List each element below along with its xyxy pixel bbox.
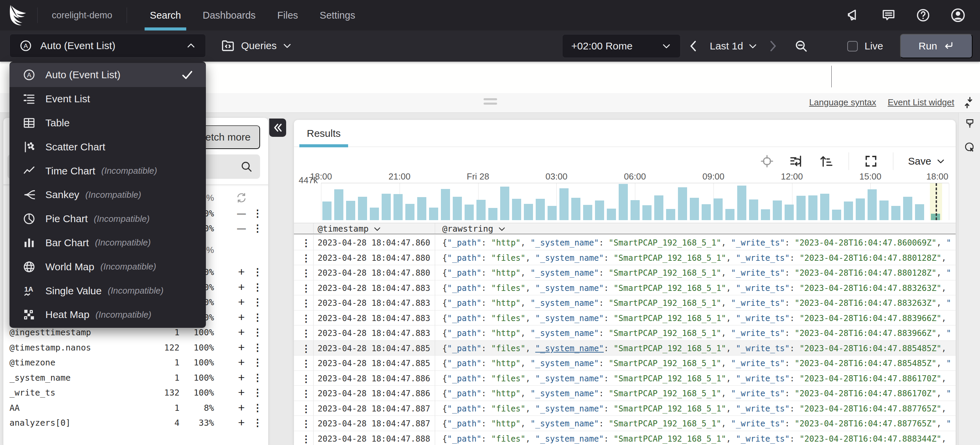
event-histogram[interactable] [321, 183, 949, 220]
tab-dashboards[interactable]: Dashboards [192, 0, 266, 30]
field-menu-icon[interactable]: ⋮ [253, 372, 261, 383]
tab-settings[interactable]: Settings [309, 0, 366, 30]
field-menu-icon[interactable]: ⋮ [253, 208, 261, 219]
refresh-icon[interactable] [236, 192, 247, 203]
collapse-vertical-icon[interactable] [962, 96, 975, 110]
timezone-button[interactable]: +02:00 Rome [562, 34, 681, 58]
event-row[interactable]: ⋮2023-04-28 18:04:47.887{"_path": "http"… [294, 416, 956, 431]
event-row[interactable]: ⋮2023-04-28 18:04:47.883{"_path": "files… [294, 280, 956, 296]
fullscreen-icon[interactable] [864, 154, 878, 168]
field-menu-icon[interactable]: ⋮ [253, 222, 261, 234]
field-menu-icon[interactable]: ⋮ [253, 326, 261, 338]
previous-time-range-button[interactable] [688, 34, 698, 58]
crosshair-icon[interactable] [760, 154, 774, 168]
menu-item-heat-map[interactable]: Heat Map(Incompatible) [10, 303, 206, 327]
event-menu-icon[interactable]: ⋮ [301, 328, 311, 339]
add-field-button[interactable]: + [236, 356, 247, 369]
tab-files[interactable]: Files [267, 0, 309, 30]
menu-item-world-map[interactable]: World Map(Incompatible) [10, 255, 206, 279]
field-menu-icon[interactable]: ⋮ [253, 417, 261, 428]
tab-search[interactable]: Search [139, 0, 192, 30]
feedback-icon[interactable] [881, 8, 896, 23]
view-selector-button[interactable]: A Auto (Event List) [10, 34, 206, 57]
add-field-button[interactable]: + [236, 280, 247, 294]
event-menu-icon[interactable]: ⋮ [301, 237, 311, 249]
zoom-out-icon[interactable] [794, 34, 809, 58]
target-click-icon[interactable] [964, 141, 976, 153]
menu-item-table[interactable]: Table [10, 111, 206, 135]
add-field-button[interactable]: + [236, 401, 247, 414]
remove-field-button[interactable]: — [236, 223, 247, 234]
menu-item-single-value[interactable]: 1ASingle Value(Incompatible) [10, 279, 206, 303]
field-menu-icon[interactable]: ⋮ [253, 312, 261, 323]
sort-ascending-icon[interactable] [819, 154, 834, 168]
event-row[interactable]: ⋮2023-04-28 18:04:47.880{"_path": "http"… [294, 265, 956, 280]
event-row[interactable]: ⋮2023-04-28 18:04:47.860{"_path": "http"… [294, 235, 956, 250]
column-header-timestamp[interactable]: @timestamp [318, 224, 382, 234]
menu-item-event-list[interactable]: Event List [10, 87, 206, 111]
event-row[interactable]: ⋮2023-04-28 18:04:47.887{"_path": "files… [294, 401, 956, 416]
event-row[interactable]: ⋮2023-04-28 18:04:47.885{"_path": "files… [294, 341, 956, 356]
event-menu-icon[interactable]: ⋮ [301, 313, 311, 324]
add-field-button[interactable]: + [236, 386, 247, 399]
event-menu-icon[interactable]: ⋮ [301, 358, 311, 369]
language-syntax-link[interactable]: Language syntax [809, 97, 876, 108]
event-row[interactable]: ⋮2023-04-28 18:04:47.886{"_path": "files… [294, 371, 956, 386]
queries-button[interactable]: Queries [221, 34, 292, 57]
event-menu-icon[interactable]: ⋮ [301, 434, 311, 445]
help-icon[interactable] [916, 8, 931, 23]
event-row[interactable]: ⋮2023-04-28 18:04:47.888{"_path": "files… [294, 431, 956, 445]
event-menu-icon[interactable]: ⋮ [301, 267, 311, 279]
add-field-button[interactable]: + [236, 326, 247, 339]
wrap-text-icon[interactable] [789, 154, 804, 168]
workspace-name[interactable]: corelight-demo [38, 10, 127, 21]
field-menu-icon[interactable]: ⋮ [253, 342, 261, 353]
announcements-icon[interactable] [846, 8, 861, 23]
field-menu-icon[interactable]: ⋮ [253, 281, 261, 293]
field-menu-icon[interactable]: ⋮ [253, 296, 261, 308]
event-menu-icon[interactable]: ⋮ [301, 283, 311, 294]
add-field-button[interactable]: + [236, 265, 247, 278]
event-row[interactable]: ⋮2023-04-28 18:04:47.883{"_path": "files… [294, 311, 956, 326]
add-field-button[interactable]: + [236, 311, 247, 324]
event-menu-icon[interactable]: ⋮ [301, 388, 311, 399]
event-row[interactable]: ⋮2023-04-28 18:04:47.886{"_path": "http"… [294, 386, 956, 401]
time-range-button[interactable]: Last 1d [710, 34, 758, 58]
event-row[interactable]: ⋮2023-04-28 18:04:47.883{"_path": "http"… [294, 295, 956, 311]
add-field-button[interactable]: + [236, 416, 247, 429]
event-menu-icon[interactable]: ⋮ [301, 373, 311, 385]
event-row[interactable]: ⋮2023-04-28 18:04:47.883{"_path": "http"… [294, 326, 956, 341]
live-checkbox[interactable] [847, 41, 858, 51]
resize-handle[interactable] [484, 98, 497, 107]
field-menu-icon[interactable]: ⋮ [253, 357, 261, 368]
event-menu-icon[interactable]: ⋮ [301, 298, 311, 309]
event-row[interactable]: ⋮2023-04-28 18:04:47.880{"_path": "files… [294, 250, 956, 265]
menu-item-pie-chart[interactable]: Pie Chart(Incompatible) [10, 207, 206, 231]
menu-item-scatter-chart[interactable]: Scatter Chart [10, 135, 206, 159]
add-field-button[interactable]: + [236, 371, 247, 384]
account-icon[interactable] [950, 8, 966, 23]
menu-item-auto-event-list-[interactable]: AAuto (Event List) [10, 63, 206, 87]
add-field-button[interactable]: + [236, 341, 247, 354]
event-menu-icon[interactable]: ⋮ [301, 418, 311, 429]
event-menu-icon[interactable]: ⋮ [301, 253, 311, 264]
event-list-widget-link[interactable]: Event List widget [888, 97, 954, 108]
menu-item-sankey[interactable]: Sankey(Incompatible) [10, 183, 206, 207]
event-menu-icon[interactable]: ⋮ [301, 403, 311, 415]
remove-field-button[interactable]: — [236, 208, 247, 219]
run-button[interactable]: Run [900, 34, 972, 58]
save-button[interactable]: Save [908, 156, 945, 167]
menu-item-bar-chart[interactable]: Bar Chart(Incompatible) [10, 231, 206, 255]
corelight-logo[interactable] [0, 3, 37, 27]
column-header-rawstring[interactable]: @rawstring [442, 224, 506, 234]
field-menu-icon[interactable]: ⋮ [253, 402, 261, 413]
field-menu-icon[interactable]: ⋮ [253, 266, 261, 278]
field-menu-icon[interactable]: ⋮ [253, 387, 261, 398]
event-row[interactable]: ⋮2023-04-28 18:04:47.885{"_path": "http"… [294, 356, 956, 371]
next-time-range-button[interactable] [768, 34, 778, 58]
add-field-button[interactable]: + [236, 295, 247, 308]
event-menu-icon[interactable]: ⋮ [301, 343, 311, 354]
tab-results[interactable]: Results [299, 120, 348, 147]
collapse-fields-panel-button[interactable] [269, 119, 286, 137]
menu-item-time-chart[interactable]: Time Chart(Incompatible) [10, 159, 206, 183]
